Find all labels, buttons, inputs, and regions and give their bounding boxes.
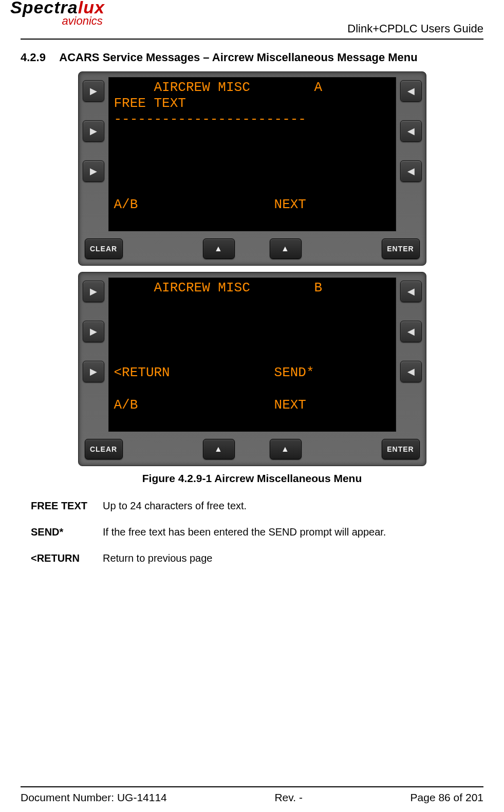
footer-rev: Rev. - bbox=[274, 791, 302, 804]
document-title: Dlink+CPDLC Users Guide bbox=[347, 22, 483, 35]
enter-button-b[interactable]: ENTER bbox=[382, 439, 420, 459]
definitions: FREE TEXT Up to 24 characters of free te… bbox=[31, 500, 473, 579]
scroll-up-1[interactable]: ▲ bbox=[203, 238, 235, 259]
screen-b-send: SEND* bbox=[274, 365, 314, 380]
screen-a-ab: A/B bbox=[114, 197, 138, 212]
def-desc: If the free text has been entered the SE… bbox=[103, 526, 473, 538]
screen-b-return: <RETURN bbox=[114, 365, 170, 380]
def-row: <RETURN Return to previous page bbox=[31, 552, 473, 564]
device-page-b: ▶ ▶ ▶ AIRCREW MISC B <RETURN SEND* A/B N… bbox=[78, 272, 426, 466]
left-softkeys-b: ▶ ▶ ▶ bbox=[83, 278, 105, 432]
screen-a-freetext-field: ------------------------ bbox=[114, 112, 390, 127]
right-softkeys-b: ◀ ◀ ◀ bbox=[399, 278, 422, 432]
logo: Spectralux avionics bbox=[10, 0, 105, 28]
rsk-3-right[interactable]: ◀ bbox=[400, 160, 422, 182]
section-number: 4.2.9 bbox=[21, 51, 57, 64]
left-softkeys-a: ▶ ▶ ▶ bbox=[83, 77, 105, 231]
scroll-up-b1[interactable]: ▲ bbox=[203, 439, 235, 459]
rsk-b1-right[interactable]: ◀ bbox=[400, 281, 422, 302]
lsk-2-left[interactable]: ▶ bbox=[83, 120, 104, 142]
clear-button-b[interactable]: CLEAR bbox=[85, 439, 123, 459]
section-heading: 4.2.9 ACARS Service Messages – Aircrew M… bbox=[21, 51, 483, 64]
lsk-b2-left[interactable]: ▶ bbox=[83, 321, 104, 342]
screen-b: AIRCREW MISC B <RETURN SEND* A/B NEXT bbox=[108, 278, 396, 432]
page-header: Spectralux avionics Dlink+CPDLC Users Gu… bbox=[21, 0, 483, 40]
def-desc: Return to previous page bbox=[103, 552, 473, 564]
def-term: SEND* bbox=[31, 526, 103, 538]
scroll-up-b2[interactable]: ▲ bbox=[270, 439, 302, 459]
def-row: FREE TEXT Up to 24 characters of free te… bbox=[31, 500, 473, 512]
screen-a-bottom-row: A/B NEXT bbox=[114, 197, 390, 213]
lsk-b1-left[interactable]: ▶ bbox=[83, 281, 104, 302]
footer-docnum: Document Number: UG-14114 bbox=[21, 791, 167, 804]
screen-b-title: AIRCREW MISC B bbox=[114, 280, 390, 296]
rsk-2-right[interactable]: ◀ bbox=[400, 120, 422, 142]
page-footer: Document Number: UG-14114 Rev. - Page 86… bbox=[21, 786, 483, 812]
screen-b-ab: A/B bbox=[114, 397, 138, 413]
screen-b-row6: A/B NEXT bbox=[114, 397, 390, 413]
rsk-b2-right[interactable]: ◀ bbox=[400, 321, 422, 342]
lsk-3-left[interactable]: ▶ bbox=[83, 160, 104, 182]
right-softkeys-a: ◀ ◀ ◀ bbox=[399, 77, 422, 231]
enter-button[interactable]: ENTER bbox=[382, 238, 420, 259]
scroll-up-2[interactable]: ▲ bbox=[270, 238, 302, 259]
screen-a-title: AIRCREW MISC A bbox=[114, 80, 390, 96]
lsk-b3-left[interactable]: ▶ bbox=[83, 361, 104, 382]
lsk-1-left[interactable]: ▶ bbox=[83, 80, 104, 102]
device-page-a: ▶ ▶ ▶ AIRCREW MISC A FREE TEXT ---------… bbox=[78, 71, 426, 266]
figure-container: ▶ ▶ ▶ AIRCREW MISC A FREE TEXT ---------… bbox=[21, 68, 483, 495]
screen-a: AIRCREW MISC A FREE TEXT ---------------… bbox=[108, 77, 396, 231]
screen-b-next: NEXT bbox=[274, 397, 306, 413]
rsk-1-right[interactable]: ◀ bbox=[400, 80, 422, 102]
def-desc: Up to 24 characters of free text. bbox=[103, 500, 473, 512]
figure-caption: Figure 4.2.9-1 Aircrew Miscellaneous Men… bbox=[21, 472, 483, 485]
clear-button[interactable]: CLEAR bbox=[85, 238, 123, 259]
def-term: <RETURN bbox=[31, 552, 103, 564]
screen-a-next: NEXT bbox=[274, 197, 306, 212]
def-row: SEND* If the free text has been entered … bbox=[31, 526, 473, 538]
screen-a-freetext-label: FREE TEXT bbox=[114, 96, 390, 112]
screen-b-row5: <RETURN SEND* bbox=[114, 365, 390, 381]
section-title: ACARS Service Messages – Aircrew Miscell… bbox=[59, 51, 417, 64]
def-term: FREE TEXT bbox=[31, 500, 103, 512]
footer-page: Page 86 of 201 bbox=[410, 791, 483, 804]
rsk-b3-right[interactable]: ◀ bbox=[400, 361, 422, 382]
